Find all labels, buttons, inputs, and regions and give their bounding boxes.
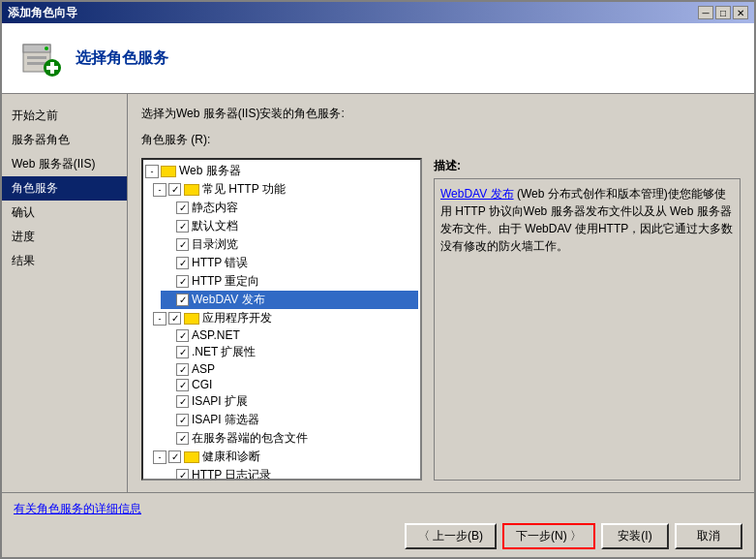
sidebar-item-role-services[interactable]: 角色服务 (2, 176, 127, 201)
svg-rect-7 (46, 66, 58, 70)
desc-content: WebDAV 发布 (Web 分布式创作和版本管理)使您能够使用 HTTP 协议… (434, 178, 741, 481)
tree-item-dir-browse[interactable]: 目录浏览 (161, 235, 418, 254)
tree-item-http-log[interactable]: HTTP 日志记录 (161, 466, 418, 481)
svg-rect-3 (27, 56, 46, 59)
tree-label: HTTP 错误 (192, 255, 248, 271)
tree-item-http-errors[interactable]: HTTP 错误 (161, 254, 418, 272)
tree-item-ssi[interactable]: 在服务器端的包含文件 (161, 429, 418, 448)
sidebar-item-results[interactable]: 结果 (2, 249, 127, 273)
svg-rect-4 (27, 62, 46, 65)
expand-health[interactable]: - (153, 450, 166, 464)
next-button[interactable]: 下一步(N) 〉 (502, 523, 595, 549)
sidebar-item-progress[interactable]: 进度 (2, 225, 127, 249)
expand-web-server[interactable]: - (145, 165, 159, 178)
checkbox-webdav[interactable] (176, 294, 189, 306)
tree-label: .NET 扩展性 (192, 344, 256, 360)
tree-label: ISAPI 筛选器 (192, 412, 259, 428)
tree-label: HTTP 日志记录 (192, 467, 271, 481)
tree-item-isapi-ext[interactable]: ISAPI 扩展 (161, 392, 418, 411)
tree-label: 在服务器端的包含文件 (192, 430, 308, 447)
footer-buttons: 〈 上一步(B) 下一步(N) 〉 安装(I) 取消 (14, 523, 742, 549)
tree-item-cgi[interactable]: CGI (161, 377, 418, 392)
tree-item-web-server[interactable]: - Web 服务器 (145, 162, 418, 180)
tree-label: 默认文档 (192, 218, 238, 234)
checkbox-health[interactable] (168, 450, 181, 463)
tree-label: Web 服务器 (179, 163, 241, 179)
checkbox-aspnet[interactable] (176, 329, 189, 342)
role-tree[interactable]: - Web 服务器 - 常见 HTTP 功能 (141, 158, 422, 481)
tree-item-isapi-filter[interactable]: ISAPI 筛选器 (161, 411, 418, 429)
footer-link[interactable]: 有关角色服务的详细信息 (14, 502, 141, 515)
tree-label: 健康和诊断 (202, 449, 260, 465)
description-panel: 描述: WebDAV 发布 (Web 分布式创作和版本管理)使您能够使用 HTT… (434, 158, 741, 481)
install-button[interactable]: 安装(I) (601, 523, 669, 549)
tree-label: ISAPI 扩展 (192, 393, 248, 410)
cancel-button[interactable]: 取消 (675, 523, 742, 549)
checkbox-dir-browse[interactable] (176, 238, 189, 251)
tree-item-health[interactable]: - 健康和诊断 (153, 448, 418, 466)
title-bar: 添加角色向导 ─ □ ✕ (2, 2, 754, 23)
tree-item-default-doc[interactable]: 默认文档 (161, 217, 418, 235)
checkbox-asp[interactable] (176, 363, 189, 376)
folder-icon (184, 451, 199, 463)
webdav-link[interactable]: WebDAV 发布 (440, 187, 514, 201)
back-button[interactable]: 〈 上一步(B) (405, 523, 497, 549)
checkbox-ssi[interactable] (176, 432, 189, 445)
role-label: 角色服务 (R): (141, 132, 741, 148)
tree-label: 常见 HTTP 功能 (202, 181, 286, 198)
sidebar-item-confirm[interactable]: 确认 (2, 201, 127, 225)
sidebar: 开始之前 服务器角色 Web 服务器(IIS) 角色服务 确认 进度 结果 (2, 94, 128, 492)
checkbox-app-dev[interactable] (168, 312, 181, 325)
minimize-button[interactable]: ─ (698, 6, 713, 19)
checkbox-http-errors[interactable] (176, 257, 189, 269)
tree-label: 应用程序开发 (202, 310, 272, 326)
checkbox-http-log[interactable] (176, 469, 189, 481)
tree-label: 静态内容 (192, 200, 238, 216)
select-label: 选择为Web 服务器(IIS)安装的角色服务: (141, 106, 741, 122)
svg-point-2 (45, 47, 48, 50)
folder-icon (184, 184, 199, 196)
checkbox-isapi-filter[interactable] (176, 414, 189, 426)
tree-item-common-http[interactable]: - 常见 HTTP 功能 (153, 180, 418, 199)
sidebar-item-start[interactable]: 开始之前 (2, 104, 127, 128)
tree-label: ASP.NET (192, 328, 240, 342)
tree-label-webdav: WebDAV 发布 (192, 292, 265, 308)
tree-item-webdav[interactable]: WebDAV 发布 (161, 291, 418, 309)
tree-item-aspnet[interactable]: ASP.NET (161, 327, 418, 343)
maximize-button[interactable]: □ (715, 6, 731, 19)
tree-label: HTTP 重定向 (192, 273, 259, 290)
close-button[interactable]: ✕ (733, 6, 748, 19)
tree-item-http-redirect[interactable]: HTTP 重定向 (161, 272, 418, 291)
main-area: 开始之前 服务器角色 Web 服务器(IIS) 角色服务 确认 进度 结果 选择… (2, 94, 754, 492)
folder-icon (161, 166, 176, 177)
footer-area: 有关角色服务的详细信息 〈 上一步(B) 下一步(N) 〉 安装(I) 取消 (2, 492, 754, 557)
expand-app-dev[interactable]: - (153, 312, 166, 326)
role-panel: - Web 服务器 - 常见 HTTP 功能 (141, 158, 741, 481)
tree-label: 目录浏览 (192, 236, 238, 253)
checkbox-default-doc[interactable] (176, 220, 189, 233)
checkbox-isapi-ext[interactable] (176, 395, 189, 408)
tree-item-app-dev[interactable]: - 应用程序开发 (153, 309, 418, 327)
main-window: 添加角色向导 ─ □ ✕ (0, 0, 756, 559)
expand-common-http[interactable]: - (153, 183, 166, 197)
window-content: 选择角色服务 开始之前 服务器角色 Web 服务器(IIS) 角色服务 确认 进… (2, 23, 754, 557)
folder-icon (184, 313, 199, 325)
checkbox-common-http[interactable] (168, 183, 181, 196)
title-bar-buttons: ─ □ ✕ (698, 6, 748, 19)
sidebar-item-server-roles[interactable]: 服务器角色 (2, 128, 127, 152)
tree-item-asp[interactable]: ASP (161, 361, 418, 377)
checkbox-static[interactable] (176, 202, 189, 214)
checkbox-net-ext[interactable] (176, 346, 189, 358)
window-title: 添加角色向导 (8, 5, 77, 21)
sidebar-item-web-server[interactable]: Web 服务器(IIS) (2, 152, 127, 176)
tree-item-net-ext[interactable]: .NET 扩展性 (161, 343, 418, 361)
page-title: 选择角色服务 (76, 48, 168, 69)
tree-label: CGI (192, 378, 212, 391)
checkbox-http-redirect[interactable] (176, 275, 189, 288)
checkbox-cgi[interactable] (176, 379, 189, 391)
header-area: 选择角色服务 (2, 23, 754, 94)
header-icon (17, 35, 64, 81)
tree-item-static[interactable]: 静态内容 (161, 199, 418, 217)
content-area: 选择为Web 服务器(IIS)安装的角色服务: 角色服务 (R): - Web … (128, 94, 754, 492)
desc-label: 描述: (434, 158, 741, 174)
